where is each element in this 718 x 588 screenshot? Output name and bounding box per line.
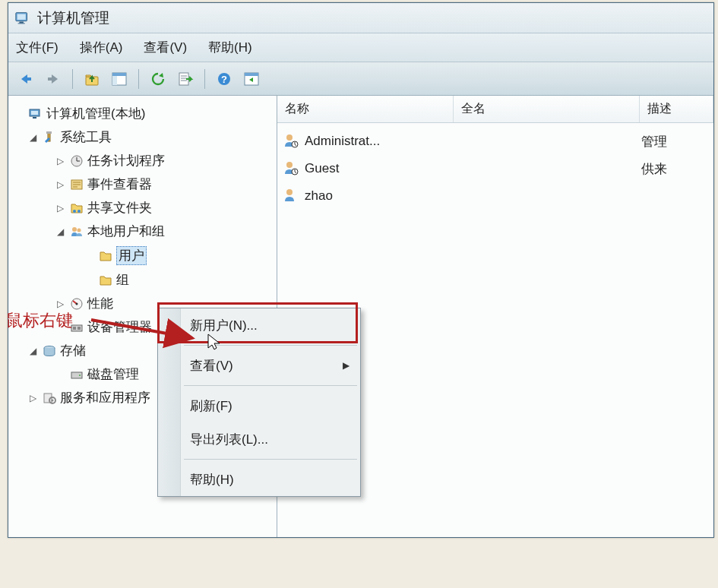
- svg-rect-9: [112, 76, 117, 85]
- tree-label: 用户: [116, 246, 147, 265]
- collapse-icon[interactable]: ◢: [54, 226, 66, 238]
- tree-task-scheduler[interactable]: ▷ 任务计划程序: [11, 149, 274, 172]
- tools-icon: [42, 130, 57, 145]
- menu-export-list[interactable]: 导出列表(L)...: [158, 422, 360, 456]
- computer-icon: [28, 106, 43, 122]
- svg-point-47: [286, 162, 293, 168]
- collapse-icon[interactable]: ◢: [27, 345, 39, 357]
- svg-point-31: [77, 210, 81, 213]
- titlebar: 计算机管理: [8, 3, 713, 33]
- user-name: Guest: [305, 161, 455, 176]
- svg-rect-17: [245, 73, 258, 76]
- column-description[interactable]: 描述: [640, 96, 713, 122]
- shared-folder-icon: [69, 201, 84, 216]
- refresh-button[interactable]: [147, 68, 169, 90]
- annotation-label: 鼠标右键: [6, 309, 73, 332]
- tree-event-viewer[interactable]: ▷ 事件查看器: [11, 172, 274, 196]
- back-button[interactable]: [14, 68, 37, 90]
- tree-label: 计算机管理(本地): [46, 105, 145, 122]
- tree-groups[interactable]: ▷ 组: [11, 268, 274, 292]
- menu-refresh[interactable]: 刷新(F): [158, 389, 360, 422]
- folder-icon: [98, 248, 113, 264]
- menu-action[interactable]: 操作(A): [80, 39, 123, 56]
- export-list-button[interactable]: [174, 68, 197, 90]
- tree-shared-folders[interactable]: ▷ 共享文件夹: [11, 196, 274, 220]
- user-name: zhao: [305, 188, 455, 204]
- menu-view[interactable]: 查看(V)▶: [158, 349, 360, 382]
- svg-rect-2: [19, 21, 24, 23]
- svg-point-33: [77, 228, 81, 232]
- tree-label: 任务计划程序: [87, 152, 165, 169]
- svg-rect-4: [27, 77, 31, 81]
- svg-rect-1: [17, 14, 26, 19]
- user-name: Administrat...: [305, 134, 455, 149]
- app-icon: [14, 10, 31, 27]
- computer-management-window: 计算机管理 文件(F) 操作(A) 查看(V) 帮助(H) ?: [8, 2, 714, 538]
- svg-point-30: [73, 210, 76, 213]
- show-hide-tree-button[interactable]: [108, 68, 131, 90]
- toolbar-separator: [204, 69, 205, 89]
- disk-icon: [69, 367, 84, 382]
- svg-text:?: ?: [221, 74, 227, 85]
- event-icon: [69, 177, 84, 192]
- tree-users[interactable]: ▷ 用户: [11, 243, 274, 268]
- tree-label: 存储: [60, 342, 86, 359]
- services-icon: [42, 390, 57, 406]
- svg-point-45: [286, 134, 293, 141]
- svg-rect-20: [33, 117, 36, 119]
- window-title: 计算机管理: [37, 8, 109, 28]
- svg-point-35: [76, 302, 78, 305]
- tree-label: 本地用户和组: [87, 223, 165, 240]
- svg-line-50: [91, 320, 192, 338]
- user-desc: 供来: [641, 160, 667, 178]
- expand-icon[interactable]: ▷: [54, 202, 66, 214]
- menu-view[interactable]: 查看(V): [144, 39, 187, 56]
- svg-rect-37: [73, 327, 76, 330]
- tree-label: 共享文件夹: [87, 199, 152, 217]
- menu-file[interactable]: 文件(F): [16, 39, 59, 56]
- annotation-arrow-icon: [87, 314, 201, 352]
- clock-icon: [69, 153, 84, 169]
- user-row[interactable]: Guest 供来: [283, 155, 707, 182]
- menu-help[interactable]: 帮助(H): [158, 463, 360, 496]
- user-row[interactable]: Administrat... 管理: [283, 128, 707, 155]
- svg-point-44: [52, 399, 54, 401]
- tree-label: 系统工具: [60, 128, 112, 146]
- menu-separator: [184, 459, 357, 460]
- toolbar: ?: [8, 62, 713, 96]
- tree-label: 性能: [87, 295, 113, 312]
- svg-rect-22: [46, 131, 52, 134]
- svg-rect-19: [31, 111, 38, 115]
- help-button[interactable]: ?: [213, 68, 236, 90]
- tree-label: 事件查看器: [87, 175, 152, 193]
- menu-separator: [184, 385, 357, 386]
- user-icon: [283, 160, 300, 177]
- svg-rect-3: [18, 23, 25, 24]
- storage-icon: [42, 343, 57, 359]
- tree-system-tools[interactable]: ◢ 系统工具: [11, 125, 274, 149]
- action-pane-button[interactable]: [240, 68, 263, 90]
- svg-rect-38: [77, 327, 81, 330]
- svg-rect-8: [112, 73, 126, 76]
- column-fullname[interactable]: 全名: [454, 96, 640, 122]
- expand-icon[interactable]: ▷: [54, 155, 66, 167]
- expand-icon[interactable]: ▷: [27, 392, 39, 404]
- forward-button[interactable]: [42, 68, 65, 90]
- tree-root[interactable]: ▷ 计算机管理(本地): [11, 102, 274, 125]
- collapse-icon[interactable]: ◢: [27, 131, 39, 144]
- svg-point-41: [79, 375, 81, 376]
- column-name[interactable]: 名称: [277, 96, 454, 122]
- user-row[interactable]: zhao: [283, 182, 707, 210]
- tree-label: 组: [116, 271, 129, 289]
- svg-point-49: [286, 189, 293, 195]
- tree-local-users-groups[interactable]: ◢ 本地用户和组: [11, 220, 274, 243]
- users-groups-icon: [69, 224, 84, 239]
- expand-icon[interactable]: ▷: [54, 179, 66, 191]
- up-level-button[interactable]: [81, 68, 103, 90]
- svg-rect-5: [48, 77, 52, 81]
- menu-help[interactable]: 帮助(H): [208, 39, 252, 56]
- expand-icon[interactable]: ▷: [54, 298, 66, 310]
- user-icon: [283, 188, 300, 204]
- list-header: 名称 全名 描述: [277, 96, 713, 123]
- tree-label: 磁盘管理: [87, 365, 139, 383]
